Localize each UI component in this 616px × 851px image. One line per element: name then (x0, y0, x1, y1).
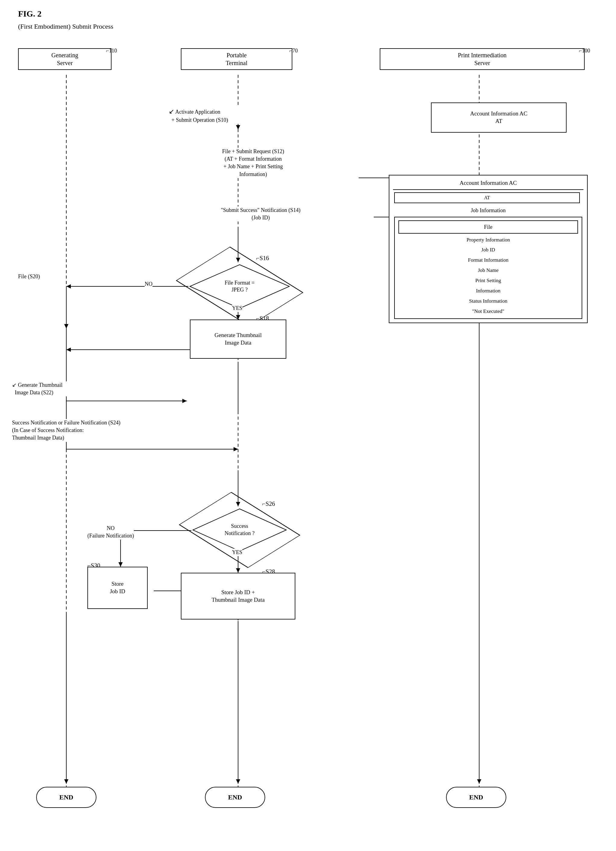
fig-subtitle: (First Embodiment) Submit Process (18, 23, 113, 30)
s16-diamond: File Format =JPEG ? (187, 262, 292, 311)
svg-marker-29 (64, 779, 68, 784)
diagram-container: FIG. 2 (First Embodiment) Submit Process (0, 0, 616, 851)
end-terminal: END (205, 787, 265, 808)
print-server-header: Print IntermediationServer ⌐100 (380, 48, 584, 70)
svg-marker-42 (66, 347, 71, 352)
activate-annotation: ↙ Activate Application + Submit Operatio… (169, 107, 304, 124)
s26-no-label: NO(Failure Notification) (87, 525, 134, 540)
svg-marker-4 (236, 125, 240, 129)
account-info-top: Account Information ACAT (431, 102, 566, 132)
end-print-server: END (446, 787, 506, 808)
portable-terminal-header: PortableTerminal ⌐70 (181, 48, 292, 70)
generating-server-header: GeneratingServer ⌐110 (18, 48, 111, 70)
svg-marker-38 (182, 399, 187, 403)
svg-marker-31 (236, 779, 240, 784)
s16-label: ⌐S16 (256, 255, 269, 262)
s16-no-label: NO (145, 280, 152, 288)
file-submit-annotation: File + Submit Request (S12)(AT + Format … (148, 148, 359, 178)
svg-marker-25 (119, 562, 123, 567)
account-info-detail: Account Information AC AT Job Informatio… (389, 175, 587, 323)
s22-annotation: ↙ Generate Thumbnail Image Data (S22) (12, 381, 126, 396)
svg-marker-33 (477, 779, 481, 784)
generating-server-ref: ⌐110 (106, 47, 117, 54)
end-generating: END (36, 787, 96, 808)
file-s20-annotation: File (S20) (18, 273, 40, 280)
print-server-ref: ⌐100 (579, 47, 590, 54)
s26-yes-label: YES (232, 549, 242, 556)
svg-marker-27 (236, 568, 240, 573)
submit-success-annotation: "Submit Success" Notification (S14)(Job … (148, 206, 374, 221)
s16-yes-label: YES (232, 304, 242, 312)
portable-terminal-ref: ⌐70 (289, 47, 298, 54)
s30-box: StoreJob ID (87, 567, 148, 609)
s24-annotation: Success Notification or Failure Notifica… (12, 419, 232, 442)
s26-diamond: SuccessNotification ? (190, 507, 289, 553)
svg-marker-12 (66, 284, 71, 289)
fig-title: FIG. 2 (18, 9, 42, 19)
svg-marker-16 (64, 324, 68, 329)
s28-box: Store Job ID +Thumbnail Image Data (181, 573, 295, 619)
s18-box: Generate ThumbnailImage Data (190, 320, 286, 359)
svg-marker-20 (234, 447, 238, 451)
